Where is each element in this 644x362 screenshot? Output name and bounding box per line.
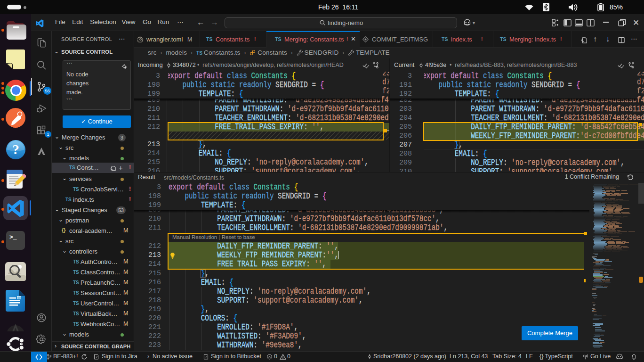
svg-text:?: ? xyxy=(12,142,19,157)
svg-text:>_: >_ xyxy=(9,234,17,241)
